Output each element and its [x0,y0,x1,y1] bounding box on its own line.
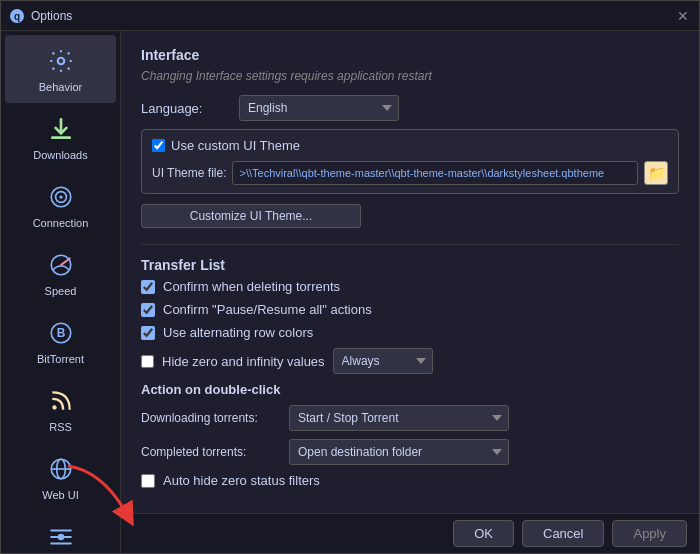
hide-zero-checkbox[interactable] [141,355,154,368]
theme-file-input[interactable] [232,161,638,185]
confirm-delete-label: Confirm when deleting torrents [163,279,340,294]
customize-ui-theme-button[interactable]: Customize UI Theme... [141,204,361,228]
download-icon [45,113,77,145]
sidebar-item-webui[interactable]: Web UI [1,443,120,511]
downloading-torrents-label: Downloading torrents: [141,411,281,425]
webui-icon [45,453,77,485]
sidebar-item-rss[interactable]: RSS [1,375,120,443]
sidebar-item-connection[interactable]: Connection [1,171,120,239]
advanced-icon [45,521,77,553]
downloading-torrents-row: Downloading torrents: Start / Stop Torre… [141,405,679,431]
ui-theme-box: Use custom UI Theme UI Theme file: 📁 [141,129,679,194]
language-label: Language: [141,101,231,116]
confirm-delete-checkbox[interactable] [141,280,155,294]
sidebar-label-behavior: Behavior [39,81,82,93]
options-window: q Options ✕ Behavior [0,0,700,554]
auto-hide-label: Auto hide zero status filters [163,473,320,488]
use-alternating-row: Use alternating row colors [141,325,679,340]
svg-text:q: q [14,11,20,22]
confirm-pause-row: Confirm "Pause/Resume all" actions [141,302,679,317]
footer: OK Cancel Apply [121,513,699,553]
window-title: Options [31,9,72,23]
sidebar-label-bittorrent: BitTorrent [37,353,84,365]
main-content: Behavior Downloads [1,31,699,553]
transfer-list-section: Transfer List Confirm when deleting torr… [141,257,679,374]
use-alternating-label: Use alternating row colors [163,325,313,340]
use-alternating-checkbox[interactable] [141,326,155,340]
svg-point-5 [59,195,62,198]
interface-section: Interface Changing Interface settings re… [141,47,679,228]
sidebar-item-speed[interactable]: Speed [1,239,120,307]
completed-torrents-label: Completed torrents: [141,445,281,459]
section-divider-1 [141,244,679,245]
sidebar-item-bittorrent[interactable]: B BitTorrent [1,307,120,375]
hide-zero-row: Hide zero and infinity values Always [141,348,679,374]
hide-zero-label: Hide zero and infinity values [162,354,325,369]
theme-file-label: UI Theme file: [152,166,226,180]
transfer-list-title: Transfer List [141,257,679,273]
sidebar-item-behavior[interactable]: Behavior [5,35,116,103]
sidebar-label-downloads: Downloads [33,149,87,161]
apply-button[interactable]: Apply [612,520,687,547]
titlebar: q Options ✕ [1,1,699,31]
svg-text:B: B [56,326,65,340]
auto-hide-row: Auto hide zero status filters [141,473,679,488]
downloading-torrents-select[interactable]: Start / Stop Torrent [289,405,509,431]
content-area: Interface Changing Interface settings re… [121,31,699,553]
sidebar-label-rss: RSS [49,421,72,433]
action-title: Action on double-click [141,382,679,397]
action-section: Action on double-click Downloading torre… [141,382,679,488]
rss-icon [45,385,77,417]
sidebar-item-advanced[interactable]: Advanced [1,511,120,553]
app-icon: q [9,8,25,24]
confirm-delete-row: Confirm when deleting torrents [141,279,679,294]
confirm-pause-label: Confirm "Pause/Resume all" actions [163,302,372,317]
completed-torrents-row: Completed torrents: Open destination fol… [141,439,679,465]
ui-theme-header: Use custom UI Theme [152,138,668,153]
gear-icon [45,45,77,77]
sidebar: Behavior Downloads [1,31,121,553]
language-row: Language: English [141,95,679,121]
ok-button[interactable]: OK [453,520,514,547]
use-custom-theme-label: Use custom UI Theme [171,138,300,153]
sidebar-label-webui: Web UI [42,489,78,501]
bittorrent-icon: B [45,317,77,349]
connection-icon [45,181,77,213]
cancel-button[interactable]: Cancel [522,520,604,547]
confirm-pause-checkbox[interactable] [141,303,155,317]
close-button[interactable]: ✕ [675,8,691,24]
theme-file-row: UI Theme file: 📁 [152,161,668,185]
content-scroll: Interface Changing Interface settings re… [121,31,699,513]
speed-icon [45,249,77,281]
auto-hide-checkbox[interactable] [141,474,155,488]
svg-point-9 [52,405,56,409]
sidebar-item-downloads[interactable]: Downloads [1,103,120,171]
folder-browse-button[interactable]: 📁 [644,161,668,185]
svg-point-2 [57,58,64,65]
interface-title: Interface [141,47,679,63]
use-custom-theme-checkbox[interactable] [152,139,165,152]
sidebar-label-speed: Speed [45,285,77,297]
language-select[interactable]: English [239,95,399,121]
sidebar-label-connection: Connection [33,217,89,229]
completed-torrents-select[interactable]: Open destination folder [289,439,509,465]
hide-zero-select[interactable]: Always [333,348,433,374]
interface-subtitle: Changing Interface settings requires app… [141,69,679,83]
titlebar-left: q Options [9,8,72,24]
